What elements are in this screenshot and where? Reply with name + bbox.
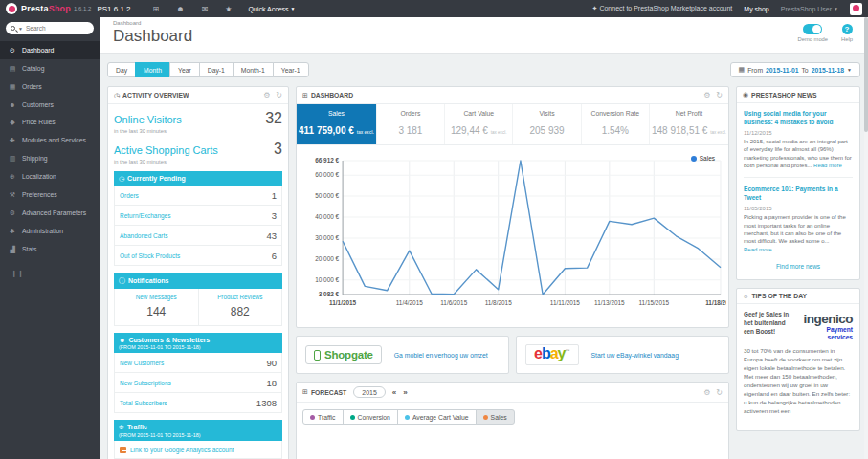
pending-returns-row[interactable]: Return/Exchanges3 xyxy=(114,206,282,226)
user-menu[interactable]: PrestaShop User ▼ xyxy=(781,6,838,12)
sales-line-chart: 66 912 €60 000 €50 000 €40 000 €30 000 €… xyxy=(299,149,726,327)
pending-out-of-stock-row[interactable]: Out of Stock Products6 xyxy=(114,246,282,266)
scrollbar[interactable] xyxy=(864,17,868,459)
sidebar-item-shipping[interactable]: ▥Shipping xyxy=(0,149,100,167)
my-shop-link[interactable]: My shop xyxy=(744,6,768,12)
scrollbar-thumb[interactable] xyxy=(864,17,868,132)
pending-orders-row[interactable]: Orders1 xyxy=(114,186,282,206)
gear-icon[interactable]: ⚙ xyxy=(703,388,710,397)
product-reviews-cell[interactable]: Product Reviews882 xyxy=(198,289,282,325)
filter-year-1-button[interactable]: Year-1 xyxy=(273,62,309,77)
sidebar-item-stats[interactable]: ▟Stats xyxy=(0,240,100,258)
chart-legend[interactable]: Sales xyxy=(691,155,715,162)
toggle-icon[interactable] xyxy=(803,24,822,34)
online-visitors-link[interactable]: Online Visitors xyxy=(114,114,182,125)
help-icon[interactable]: ? xyxy=(842,24,853,34)
toggle-conversion[interactable]: Conversion xyxy=(343,409,398,425)
filter-month-button[interactable]: Month xyxy=(135,62,170,77)
new-customers-row[interactable]: New Customers90 xyxy=(114,353,282,373)
news-article-title[interactable]: Ecommerce 101: Payments in a Tweet xyxy=(744,186,853,203)
svg-text:11/13/2015: 11/13/2015 xyxy=(594,299,625,306)
refresh-icon[interactable]: ↻ xyxy=(276,91,282,99)
google-analytics-link[interactable]: Link to your Google Analytics account xyxy=(114,441,282,459)
toggle-average-cart-value[interactable]: Average Cart Value xyxy=(397,409,477,425)
active-carts-link[interactable]: Active Shopping Carts xyxy=(114,144,218,156)
prestashop-news-panel: ◉PRESTASHOP NEWS Using social media for … xyxy=(736,86,860,280)
kpi-cart-value-tab[interactable]: Cart Value129,44 € tax excl. xyxy=(445,104,513,144)
sidebar-search[interactable]: ▼ xyxy=(6,22,94,34)
filter-day-1-button[interactable]: Day-1 xyxy=(199,62,234,77)
pending-abandoned-carts-row[interactable]: Abandoned Carts43 xyxy=(114,226,282,246)
quick-access-menu[interactable]: Quick Access ▼ xyxy=(249,6,296,12)
info-icon: ⓘ xyxy=(119,277,125,284)
svg-text:30 000 €: 30 000 € xyxy=(315,234,339,241)
filter-year-button[interactable]: Year xyxy=(169,62,200,77)
help-button[interactable]: ? Help xyxy=(841,24,853,42)
svg-text:11/18/2015: 11/18/2015 xyxy=(705,299,726,306)
sidebar-collapse-button[interactable]: ❙❙ xyxy=(11,270,100,277)
kpi-sales-tab[interactable]: Sales411 759,00 € tax excl. xyxy=(297,104,377,144)
svg-text:50 000 €: 50 000 € xyxy=(315,192,339,199)
filter-month-1-button[interactable]: Month-1 xyxy=(233,62,274,77)
next-year-button[interactable]: » xyxy=(403,388,407,397)
total-subscribers-row[interactable]: Total Subscribers1308 xyxy=(114,393,282,413)
gear-icon[interactable]: ⚙ xyxy=(703,91,710,99)
svg-text:66 912 €: 66 912 € xyxy=(315,157,339,164)
demo-mode-toggle[interactable]: Demo mode xyxy=(797,24,828,42)
sidebar-item-customers[interactable]: ☻Customers xyxy=(0,96,100,113)
ebay-logo: ebay™ xyxy=(525,344,579,365)
read-more-link[interactable]: Read more xyxy=(813,163,842,168)
ebay-link[interactable]: Start uw eBay-winkel vandaag xyxy=(591,352,679,359)
avatar[interactable] xyxy=(850,3,862,15)
read-more-link[interactable]: Read more xyxy=(744,247,772,252)
breadcrumb[interactable]: Dashboard xyxy=(113,20,855,26)
shopgate-banner[interactable]: Shopgate Ga mobiel en verhoog uw omzet xyxy=(296,336,509,374)
sidebar-item-preferences[interactable]: ⚒Preferences xyxy=(0,186,100,204)
kpi-orders-tab[interactable]: Orders3 181 xyxy=(377,104,445,144)
new-messages-cell[interactable]: New Messages144 xyxy=(115,289,198,325)
ebay-banner[interactable]: ebay™ Start uw eBay-winkel vandaag xyxy=(516,336,729,374)
sidebar-item-price-rules[interactable]: ◆Price Rules xyxy=(0,113,100,131)
gear-icon[interactable]: ⚙ xyxy=(263,91,270,99)
svg-text:60 000 €: 60 000 € xyxy=(315,171,339,178)
toggle-traffic[interactable]: Traffic xyxy=(302,409,344,425)
kpi-net-profit-tab[interactable]: Net Profit148 918,51 € tax excl. xyxy=(650,104,728,144)
shopgate-link[interactable]: Ga mobiel en verhoog uw omzet xyxy=(394,352,488,359)
refresh-icon[interactable]: ↻ xyxy=(716,91,723,99)
sidebar-item-orders[interactable]: ▦Orders xyxy=(0,77,100,96)
sidebar-item-administration[interactable]: ✱Administration xyxy=(0,222,100,240)
toggle-sales[interactable]: Sales xyxy=(476,409,515,425)
dashboard-panel: ⊞DASHBOARD ⚙↻ Sales411 759,00 € tax excl… xyxy=(296,86,729,328)
customers-icon[interactable]: ☻ xyxy=(176,5,184,13)
brand-name: PrestaShop xyxy=(21,4,71,13)
marketplace-link[interactable]: ✦ Connect to PrestaShop Marketplace acco… xyxy=(592,5,733,12)
refresh-icon[interactable]: ↻ xyxy=(716,388,723,397)
activity-overview-panel: ◷ACTIVITY OVERVIEW ⚙↻ Online Visitors 32… xyxy=(107,86,289,459)
localization-icon: ⊕ xyxy=(9,173,16,181)
sidebar-item-dashboard[interactable]: ⊙Dashboard xyxy=(0,41,100,59)
news-article-title[interactable]: Using social media for your business: 4 … xyxy=(744,110,853,127)
new-subscriptions-row[interactable]: New Subscriptions18 xyxy=(114,373,282,393)
previous-year-button[interactable]: « xyxy=(392,388,396,397)
cart-icon[interactable]: ⊞ xyxy=(153,5,160,13)
sidebar-item-localization[interactable]: ⊕Localization xyxy=(0,167,100,186)
sidebar-item-modules[interactable]: ✚Modules and Services xyxy=(0,131,100,149)
sidebar-item-catalog[interactable]: ▤Catalog xyxy=(0,59,100,77)
modules-icon: ✚ xyxy=(9,137,16,144)
sidebar-item-advanced-parameters[interactable]: ⚙Advanced Parameters xyxy=(0,204,100,222)
messages-icon[interactable]: ✉ xyxy=(202,5,209,13)
find-more-news-link[interactable]: Find more news xyxy=(744,263,853,270)
trophy-icon[interactable]: ★ xyxy=(225,5,232,13)
online-visitors-value: 32 xyxy=(265,110,282,127)
panel-title: ⊞FORECAST xyxy=(302,388,346,396)
kpi-conversion-rate-tab[interactable]: Conversion Rate1.54% xyxy=(582,104,650,144)
panel-title: ◉PRESTASHOP NEWS xyxy=(743,91,817,98)
news-article-excerpt: In 2015, social media are an integral pa… xyxy=(744,138,853,170)
sidebar-item-label: Localization xyxy=(22,173,56,180)
search-input[interactable] xyxy=(26,25,89,32)
date-range-picker[interactable]: ▦ From2015-11-01 To2015-11-18 ▼ xyxy=(730,62,860,77)
kpi-visits-tab[interactable]: Visits205 939 xyxy=(513,104,581,144)
lightbulb-icon: ☼ xyxy=(743,293,748,299)
filter-day-button[interactable]: Day xyxy=(107,62,136,77)
traffic-header: ⊕Traffic(FROM 2015-11-01 TO 2015-11-18) xyxy=(114,420,282,441)
